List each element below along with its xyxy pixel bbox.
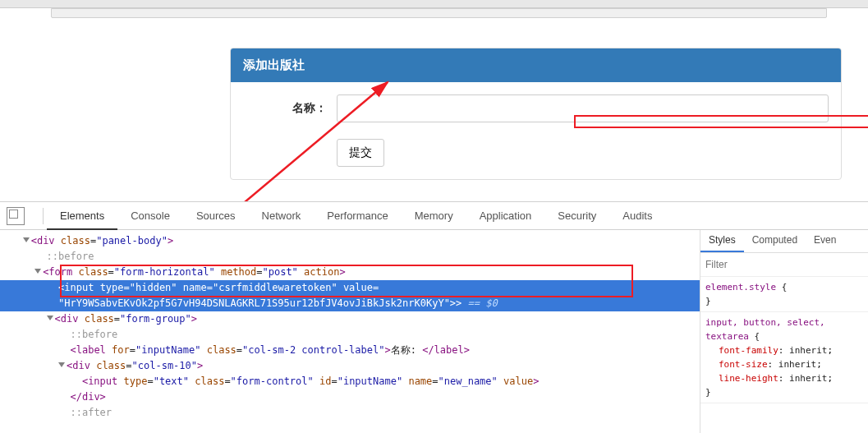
devtools-tabs: Elements Console Sources Network Perform… xyxy=(0,202,868,230)
tab-console[interactable]: Console xyxy=(117,202,183,230)
panel-title: 添加出版社 xyxy=(231,48,841,82)
separator xyxy=(43,208,44,224)
dom-pseudo[interactable]: ::before xyxy=(0,249,700,265)
form-row-name: 名称： xyxy=(243,94,829,122)
styles-filter-input[interactable] xyxy=(705,256,863,273)
tab-memory[interactable]: Memory xyxy=(402,202,466,230)
tab-performance[interactable]: Performance xyxy=(314,202,401,230)
panel-body: 名称： 提交 xyxy=(231,82,841,179)
form-panel: 添加出版社 名称： 提交 xyxy=(230,48,842,180)
dom-pseudo[interactable]: ::after xyxy=(0,405,700,421)
styles-tab-styles[interactable]: Styles xyxy=(700,230,744,252)
styles-tab-computed[interactable]: Computed xyxy=(744,230,806,252)
devtools-body: <div class="panel-body"> ::before <form … xyxy=(0,230,868,433)
tab-security[interactable]: Security xyxy=(544,202,609,230)
tab-audits[interactable]: Audits xyxy=(609,202,665,230)
dom-tree[interactable]: <div class="panel-body"> ::before <form … xyxy=(0,230,700,433)
styles-pane: Styles Computed Even element.style {} in… xyxy=(700,230,868,433)
name-input[interactable] xyxy=(337,94,829,122)
devtools-panel: Elements Console Sources Network Perform… xyxy=(0,201,868,433)
window-top-bar xyxy=(0,0,868,8)
tab-application[interactable]: Application xyxy=(466,202,545,230)
tab-sources[interactable]: Sources xyxy=(183,202,249,230)
dom-pseudo[interactable]: ::before xyxy=(0,327,700,343)
page-content: 添加出版社 名称： 提交 xyxy=(0,18,868,211)
submit-button[interactable]: 提交 xyxy=(337,139,384,167)
dom-node[interactable]: <div class="col-sm-10"> xyxy=(0,358,700,374)
styles-tabs: Styles Computed Even xyxy=(700,230,868,253)
dom-node[interactable]: <div class="form-group"> xyxy=(0,311,700,327)
dom-node[interactable]: <label for="inputName" class="col-sm-2 c… xyxy=(0,343,700,358)
dom-node[interactable]: <form class="form-horizontal" method="po… xyxy=(0,265,700,280)
name-label: 名称： xyxy=(243,101,337,116)
tab-network[interactable]: Network xyxy=(249,202,315,230)
browser-address-area xyxy=(51,8,827,18)
styles-tab-events[interactable]: Even xyxy=(806,230,844,252)
css-rule-element-style[interactable]: element.style {} xyxy=(700,277,868,312)
styles-filter xyxy=(700,253,868,277)
inspect-icon[interactable] xyxy=(7,207,25,225)
dom-selected-node[interactable]: <input type="hidden" name="csrfmiddlewar… xyxy=(0,280,700,311)
dom-node[interactable]: <input type="text" class="form-control" … xyxy=(0,374,700,389)
css-rule-inputs[interactable]: input, button, select, textarea { font-f… xyxy=(700,312,868,403)
dom-node[interactable]: <div class="panel-body"> xyxy=(0,233,700,249)
name-input-wrap xyxy=(337,94,829,122)
tab-elements[interactable]: Elements xyxy=(47,202,117,230)
dom-node[interactable]: </div> xyxy=(0,389,700,405)
